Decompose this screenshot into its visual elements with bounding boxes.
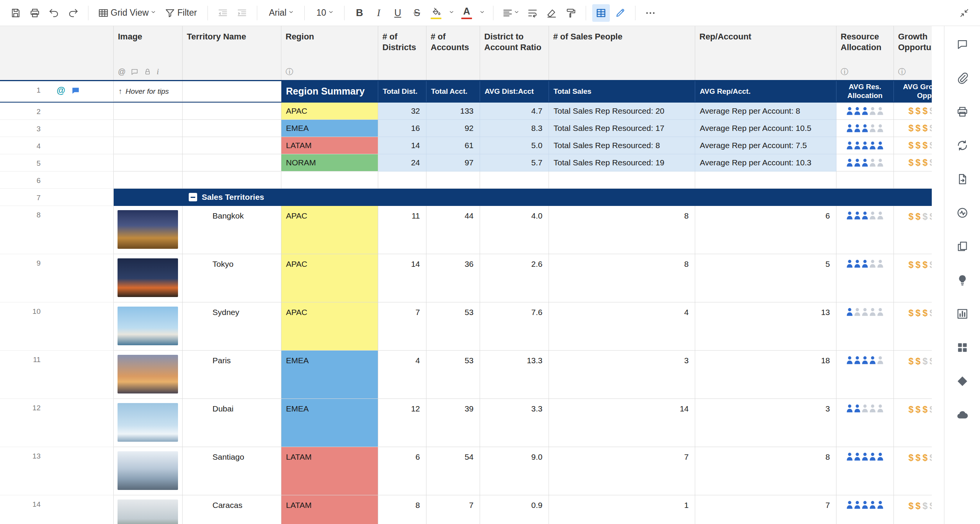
image-cell[interactable] bbox=[114, 137, 183, 154]
territory-name-cell[interactable]: Tokyo bbox=[183, 254, 281, 302]
column-header-rep-account[interactable]: Rep/Account bbox=[695, 26, 836, 80]
resource-allocation-cell[interactable] bbox=[836, 120, 894, 137]
accounts-cell[interactable]: 53 bbox=[426, 351, 480, 399]
region-cell[interactable]: LATAM bbox=[281, 495, 378, 524]
rep-cell[interactable]: 18 bbox=[695, 351, 836, 399]
accounts-cell[interactable]: 97 bbox=[426, 154, 480, 171]
territory-name-cell[interactable]: Santiago bbox=[183, 447, 281, 495]
premium-button[interactable] bbox=[956, 374, 969, 388]
ratio-cell[interactable]: 2.6 bbox=[480, 254, 549, 302]
column-header-districts[interactable]: # of Districts bbox=[378, 26, 426, 80]
column-header-resource-allocation[interactable]: Resource Allocation ⓘ bbox=[836, 26, 894, 80]
comment-column-icon[interactable] bbox=[131, 68, 139, 76]
ratio-cell[interactable]: AVG Dist:Acct bbox=[480, 81, 549, 102]
accounts-cell[interactable]: 7 bbox=[426, 495, 480, 524]
text-color-button[interactable]: A bbox=[458, 4, 475, 22]
districts-cell[interactable]: 6 bbox=[378, 447, 426, 495]
districts-cell[interactable]: 24 bbox=[378, 154, 426, 171]
cell-borders-toggle[interactable] bbox=[592, 4, 610, 22]
row-gutter[interactable]: 5 bbox=[0, 154, 114, 171]
districts-cell[interactable]: 12 bbox=[378, 399, 426, 447]
resource-allocation-cell[interactable] bbox=[836, 351, 894, 399]
region-cell[interactable]: EMEA bbox=[281, 399, 378, 447]
view-selector[interactable]: Grid View bbox=[95, 4, 160, 22]
image-cell[interactable] bbox=[114, 154, 183, 171]
growth-opportunity-cell[interactable]: $$$$$ bbox=[894, 154, 932, 171]
text-color-dropdown[interactable] bbox=[477, 4, 487, 22]
territory-name-cell[interactable] bbox=[183, 137, 281, 154]
region-cell[interactable]: Region Summary bbox=[281, 81, 378, 102]
districts-cell[interactable]: 7 bbox=[378, 302, 426, 351]
region-cell[interactable]: EMEA bbox=[281, 351, 378, 399]
districts-cell[interactable]: 4 bbox=[378, 351, 426, 399]
ratio-cell[interactable]: 0.9 bbox=[480, 495, 549, 524]
region-cell[interactable]: EMEA bbox=[281, 120, 378, 137]
resource-allocation-cell[interactable] bbox=[836, 399, 894, 447]
undo-button[interactable] bbox=[45, 4, 63, 22]
growth-opportunity-cell[interactable]: $$$$$ bbox=[894, 254, 932, 302]
row-gutter[interactable]: 12 bbox=[0, 399, 114, 447]
info-icon[interactable]: ⓘ bbox=[898, 67, 906, 77]
cloud-button[interactable] bbox=[956, 408, 969, 422]
row-gutter[interactable]: 3 bbox=[0, 120, 114, 137]
font-size-select[interactable]: 10 bbox=[311, 4, 338, 22]
rep-cell[interactable]: 5 bbox=[695, 254, 836, 302]
territory-photo-santiago[interactable] bbox=[118, 451, 178, 490]
more-options-button[interactable] bbox=[642, 4, 659, 22]
growth-opportunity-cell[interactable]: $$$$$ bbox=[894, 103, 932, 120]
territory-name-cell[interactable] bbox=[183, 81, 281, 102]
rep-cell[interactable]: AVG Rep/Acct. bbox=[695, 81, 836, 102]
image-cell[interactable] bbox=[114, 302, 183, 351]
region-cell[interactable]: LATAM bbox=[281, 447, 378, 495]
rep-cell[interactable]: 3 bbox=[695, 399, 836, 447]
proofs-button[interactable] bbox=[956, 105, 969, 119]
image-cell[interactable] bbox=[114, 447, 183, 495]
accounts-cell[interactable]: Total Acct. bbox=[426, 81, 480, 102]
column-header-region[interactable]: Region ⓘ bbox=[281, 26, 378, 80]
row-gutter[interactable]: 13 bbox=[0, 447, 114, 495]
rep-cell[interactable]: Average Rep per Account: 10.5 bbox=[695, 120, 836, 137]
resource-allocation-cell[interactable] bbox=[836, 495, 894, 524]
resource-allocation-cell[interactable]: AVG Res. Allocation bbox=[836, 81, 894, 102]
territory-photo-dubai[interactable] bbox=[118, 403, 178, 442]
info-italic-icon[interactable]: i bbox=[157, 67, 159, 77]
rep-cell[interactable]: Average Rep per Account: 8 bbox=[695, 103, 836, 120]
collapse-row-toggle[interactable] bbox=[189, 193, 197, 201]
territory-name-cell[interactable]: Bangkok bbox=[183, 206, 281, 254]
info-icon[interactable]: ⓘ bbox=[841, 67, 848, 77]
territory-photo-tokyo[interactable] bbox=[118, 258, 178, 297]
resource-allocation-cell[interactable] bbox=[836, 103, 894, 120]
accounts-cell[interactable]: 36 bbox=[426, 254, 480, 302]
redo-button[interactable] bbox=[64, 4, 82, 22]
ratio-cell[interactable]: 4.7 bbox=[480, 103, 549, 120]
bold-button[interactable]: B bbox=[351, 4, 368, 22]
resource-allocation-cell[interactable] bbox=[836, 206, 894, 254]
column-header-image[interactable]: Image @ i bbox=[114, 26, 183, 80]
row-gutter[interactable]: 9 bbox=[0, 254, 114, 302]
rep-cell[interactable]: Average Rep per Account: 10.3 bbox=[695, 154, 836, 171]
lock-icon[interactable] bbox=[144, 68, 152, 76]
charts-button[interactable] bbox=[956, 307, 969, 321]
attachment-column-icon[interactable]: @ bbox=[118, 67, 126, 76]
territory-name-cell[interactable] bbox=[183, 154, 281, 171]
column-header-territory-name[interactable]: Territory Name bbox=[183, 26, 281, 80]
activity-log-button[interactable] bbox=[956, 206, 969, 220]
rep-cell[interactable]: 7 bbox=[695, 495, 836, 524]
row-gutter[interactable]: 11 bbox=[0, 351, 114, 399]
conversations-button[interactable] bbox=[956, 38, 969, 51]
corner-header-cell[interactable] bbox=[0, 26, 114, 80]
growth-opportunity-cell[interactable]: $$$$$ bbox=[894, 302, 932, 351]
territory-photo-paris[interactable] bbox=[118, 355, 178, 393]
districts-cell[interactable]: 14 bbox=[378, 254, 426, 302]
rep-cell[interactable]: 8 bbox=[695, 447, 836, 495]
growth-opportunity-cell[interactable]: $$$$$ bbox=[894, 137, 932, 154]
sales-cell[interactable]: Total Sales Rep Resourced: 8 bbox=[549, 137, 695, 154]
rep-cell[interactable]: 6 bbox=[695, 206, 836, 254]
row-gutter[interactable]: 7 bbox=[0, 189, 114, 206]
resource-allocation-cell[interactable] bbox=[836, 137, 894, 154]
row-gutter[interactable]: 10 bbox=[0, 302, 114, 351]
wrap-text-button[interactable] bbox=[524, 4, 541, 22]
format-painter-button[interactable] bbox=[562, 4, 580, 22]
districts-cell[interactable]: Total Dist. bbox=[378, 81, 426, 102]
growth-opportunity-cell[interactable]: $$$$$ bbox=[894, 495, 932, 524]
